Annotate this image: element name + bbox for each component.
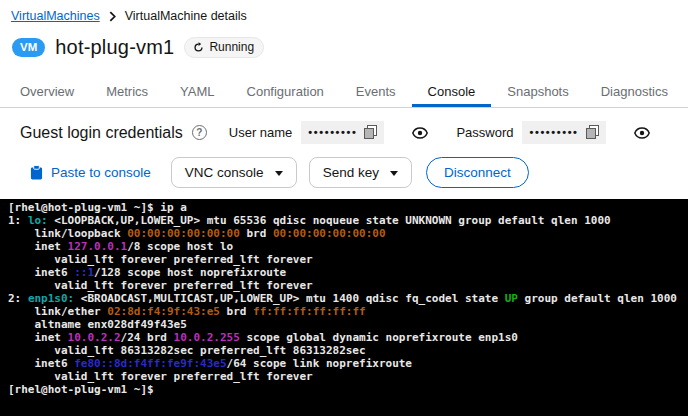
tab-events[interactable]: Events bbox=[340, 75, 412, 107]
tab-console[interactable]: Console bbox=[412, 75, 492, 107]
paste-icon bbox=[30, 165, 43, 180]
terminal-line: valid_lft forever preferred_lft forever bbox=[8, 370, 688, 383]
tab-bar: Overview Metrics YAML Configuration Even… bbox=[0, 75, 688, 108]
terminal-line: valid_lft 86313282sec preferred_lft 8631… bbox=[8, 344, 688, 357]
terminal-line: link/ether 02:8d:f4:9f:43:e5 brd ff:ff:f… bbox=[8, 305, 688, 318]
tab-overview[interactable]: Overview bbox=[4, 75, 90, 107]
username-label: User name bbox=[229, 125, 293, 140]
guest-credentials-bar: Guest login credentials ? User name ••••… bbox=[0, 108, 688, 144]
terminal-line: link/loopback 00:00:00:00:00:00 brd 00:0… bbox=[8, 227, 688, 240]
console-toolbar: Paste to console VNC console Send key Di… bbox=[0, 144, 688, 199]
console-terminal[interactable]: [rhel@hot-plug-vm1 ~]$ ip a1: lo: <LOOPB… bbox=[0, 199, 688, 416]
terminal-line: 2: enp1s0: <BROADCAST,MULTICAST,UP,LOWER… bbox=[8, 292, 688, 305]
tab-yaml[interactable]: YAML bbox=[164, 75, 230, 107]
tab-snapshots[interactable]: Snapshots bbox=[491, 75, 584, 107]
terminal-line: inet 10.0.2.2/24 brd 10.0.2.255 scope gl… bbox=[8, 331, 688, 344]
vnc-console-dropdown[interactable]: VNC console bbox=[171, 157, 297, 188]
terminal-line: [rhel@hot-plug-vm1 ~]$ ip a bbox=[8, 201, 688, 214]
username-masked-value: ••••••••• bbox=[308, 127, 357, 138]
sync-icon bbox=[193, 42, 204, 53]
chevron-down-icon bbox=[390, 171, 398, 176]
terminal-line: inet 127.0.0.1/8 scope host lo bbox=[8, 240, 688, 253]
vnc-console-label: VNC console bbox=[185, 165, 264, 180]
breadcrumb-chevron-icon bbox=[109, 11, 116, 22]
terminal-line: valid_lft forever preferred_lft forever bbox=[8, 279, 688, 292]
help-icon[interactable]: ? bbox=[192, 125, 207, 140]
terminal-line: inet6 ::1/128 scope host noprefixroute bbox=[8, 266, 688, 279]
copy-password-icon[interactable] bbox=[586, 125, 599, 139]
paste-to-console-label: Paste to console bbox=[51, 165, 151, 180]
status-label: Running bbox=[209, 40, 254, 54]
terminal-line: inet6 fe80::8d:f4ff:fe9f:43e5/64 scope l… bbox=[8, 357, 688, 370]
terminal-line: 1: lo: <LOOPBACK,UP,LOWER_UP> mtu 65536 … bbox=[8, 214, 688, 227]
show-password-eye-icon[interactable] bbox=[634, 127, 650, 139]
password-masked-value: ••••••••• bbox=[529, 127, 578, 138]
breadcrumb-current: VirtualMachine details bbox=[125, 9, 247, 23]
page-title: hot-plug-vm1 bbox=[55, 36, 174, 59]
status-badge[interactable]: Running bbox=[184, 37, 264, 58]
terminal-line: altname enx028df49f43e5 bbox=[8, 318, 688, 331]
disconnect-button[interactable]: Disconnect bbox=[426, 157, 529, 188]
terminal-line: [rhel@hot-plug-vm1 ~]$ bbox=[8, 383, 688, 396]
tab-metrics[interactable]: Metrics bbox=[90, 75, 164, 107]
vm-kind-badge: VM bbox=[12, 38, 45, 58]
tab-diagnostics[interactable]: Diagnostics bbox=[585, 75, 684, 107]
terminal-line: valid_lft forever preferred_lft forever bbox=[8, 253, 688, 266]
paste-to-console-button[interactable]: Paste to console bbox=[30, 165, 151, 180]
chevron-down-icon bbox=[275, 171, 283, 176]
password-label: Password bbox=[456, 125, 513, 140]
password-masked-field: ••••••••• bbox=[522, 121, 605, 144]
page-header: VM hot-plug-vm1 Running bbox=[0, 23, 688, 59]
send-key-dropdown[interactable]: Send key bbox=[309, 157, 412, 188]
breadcrumb-link-virtualmachines[interactable]: VirtualMachines bbox=[11, 9, 100, 23]
tab-configuration[interactable]: Configuration bbox=[231, 75, 340, 107]
send-key-label: Send key bbox=[323, 165, 379, 180]
username-masked-field: ••••••••• bbox=[301, 121, 384, 144]
copy-username-icon[interactable] bbox=[364, 125, 377, 139]
guest-credentials-title: Guest login credentials bbox=[20, 124, 183, 142]
breadcrumb: VirtualMachines VirtualMachine details bbox=[0, 0, 688, 23]
show-username-eye-icon[interactable] bbox=[412, 127, 428, 139]
